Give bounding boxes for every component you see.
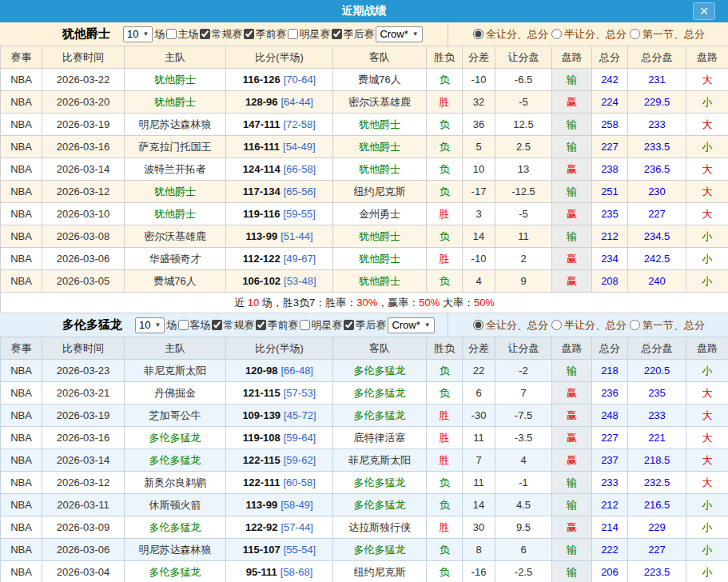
home-team-name: 新奥尔良鹈鹕 [144, 476, 206, 490]
column-header-label: 让分盘 [508, 341, 539, 356]
point-diff: 10 [473, 163, 484, 175]
point-diff: 14 [473, 230, 484, 242]
total-result-cell: 大 [686, 114, 728, 136]
radio-input-0[interactable] [473, 320, 483, 330]
home-team-name: 休斯顿火箭 [149, 498, 201, 512]
column-header-label: 总分盘 [642, 50, 673, 65]
home-team-name: 萨克拉门托国王 [139, 140, 212, 154]
score-cell: 116-111[54-49] [226, 136, 333, 158]
total-line-cell: 220.5 [628, 360, 686, 382]
column-header-label: 盘路 [562, 50, 583, 65]
radio-option-0: 全让分、总分 [471, 27, 548, 42]
half-score: [54-49] [283, 141, 315, 153]
total-cell: 212 [592, 494, 628, 516]
table-header-row: 赛事比赛时间主队比分(半场)客队胜负分差让分盘盘路总分总分盘盘路 [0, 46, 728, 69]
filter-checkbox-input-2[interactable] [256, 320, 266, 330]
filter-checkbox-input-0[interactable] [178, 320, 189, 330]
game-date: 2026-03-14 [57, 163, 110, 175]
column-header-0: 赛事 [1, 337, 42, 360]
win-lose-label: 负 [440, 543, 450, 557]
away-team-cell: 菲尼克斯太阳 [333, 449, 427, 472]
chevron-down-icon: ▼ [154, 321, 161, 329]
full-score: 113-99 [245, 499, 277, 511]
radio-option-label: 全让分、总分 [486, 27, 548, 42]
league-label: NBA [10, 74, 32, 86]
filter-checkbox-input-0[interactable] [166, 29, 177, 39]
close-button[interactable]: ✕ [693, 2, 715, 20]
date-cell: 2026-03-14 [42, 449, 125, 472]
column-header-label: 分差 [468, 341, 489, 356]
home-team-cell: 犹他爵士 [125, 69, 226, 91]
radio-input-2[interactable] [630, 29, 640, 39]
total-line: 242.5 [644, 253, 670, 265]
total-points: 236 [601, 387, 619, 399]
handicap-result-label: 输 [567, 229, 577, 244]
column-header-9: 总分 [592, 337, 628, 360]
source-select[interactable]: Crow*▼ [388, 317, 434, 333]
win-lose-label: 负 [440, 364, 450, 378]
point-diff: 14 [473, 499, 484, 511]
point-diff: 7 [475, 454, 481, 466]
half-score: [59-55] [283, 208, 315, 220]
league-label: NBA [10, 141, 32, 153]
away-team-cell: 多伦多猛龙 [333, 382, 427, 405]
point-diff: 32 [473, 96, 484, 108]
result-cell: 胜 [427, 203, 463, 225]
home-team-name: 华盛顿奇才 [149, 252, 201, 266]
league-cell: NBA [1, 449, 42, 472]
filter-checkbox-input-1[interactable] [200, 29, 210, 39]
column-header-11: 盘路 [686, 337, 728, 360]
handicap-result-cell: 赢 [552, 427, 592, 449]
home-team-name: 犹他爵士 [154, 95, 196, 110]
odds-mode-radio-group: 全让分、总分半让分、总分第一节、总分 [448, 313, 728, 337]
filter-checkbox-input-2[interactable] [244, 29, 254, 39]
source-select[interactable]: Crow*▼ [376, 26, 422, 42]
filter-checkbox-input-1[interactable] [212, 320, 222, 330]
result-cell: 负 [427, 494, 463, 516]
total-cell: 251 [592, 181, 628, 203]
radio-input-1[interactable] [551, 320, 562, 330]
home-team-name: 多伦多猛龙 [149, 431, 201, 445]
handicap-cell: -12.5 [495, 181, 552, 203]
filter-checkbox-input-3[interactable] [300, 320, 310, 330]
filter-checkbox-input-4[interactable] [332, 29, 342, 39]
table-row: NBA2026-03-11休斯顿火箭113-99[58-49]多伦多猛龙负144… [0, 494, 728, 516]
filter-checkbox-label: 季前赛 [267, 318, 298, 333]
full-score: 120-98 [245, 365, 277, 377]
handicap-result-label: 赢 [567, 386, 577, 401]
league-label: NBA [10, 521, 32, 533]
half-score: [59-62] [284, 454, 316, 466]
source-select-value: Crow* [380, 28, 408, 40]
total-points: 218 [601, 365, 619, 377]
league-label: NBA [10, 365, 32, 377]
result-cell: 负 [427, 561, 463, 582]
filter-checkbox-input-3[interactable] [288, 29, 298, 39]
handicap-line: -3.5 [515, 432, 532, 444]
handicap-result-cell: 输 [552, 561, 592, 582]
half-score: [53-48] [284, 275, 316, 287]
half-score: [66-48] [281, 365, 313, 377]
total-points: 248 [601, 409, 619, 421]
radio-input-0[interactable] [473, 29, 483, 39]
league-cell: NBA [1, 69, 42, 91]
total-cell: 222 [592, 539, 628, 561]
full-score: 128-96 [245, 96, 277, 108]
radio-input-2[interactable] [630, 320, 640, 330]
away-team-cell: 犹他爵士 [333, 270, 427, 293]
filter-checkbox-input-4[interactable] [344, 320, 354, 330]
games-count-select[interactable]: 10▼ [123, 26, 153, 42]
diff-cell: -16 [463, 561, 495, 582]
column-header-6: 分差 [463, 337, 495, 360]
total-line-cell: 221 [628, 427, 686, 449]
game-date: 2026-03-14 [57, 454, 110, 466]
diff-cell: 3 [463, 203, 495, 225]
total-line: 236.5 [644, 163, 670, 175]
recent-results-dialog: 近期战绩 ✕ 犹他爵士10▼场主场常规赛季前赛明星赛季后赛Crow*▼全让分、总… [0, 0, 728, 582]
handicap-cell: 12.5 [495, 114, 552, 136]
radio-input-1[interactable] [551, 29, 562, 39]
games-count-select[interactable]: 10▼ [135, 317, 165, 333]
score-cell: 112-122[49-67] [226, 248, 333, 270]
away-team-name: 犹他爵士 [359, 229, 400, 244]
home-team-cell: 华盛顿奇才 [125, 248, 226, 270]
score-cell: 122-111[60-58] [226, 472, 333, 494]
